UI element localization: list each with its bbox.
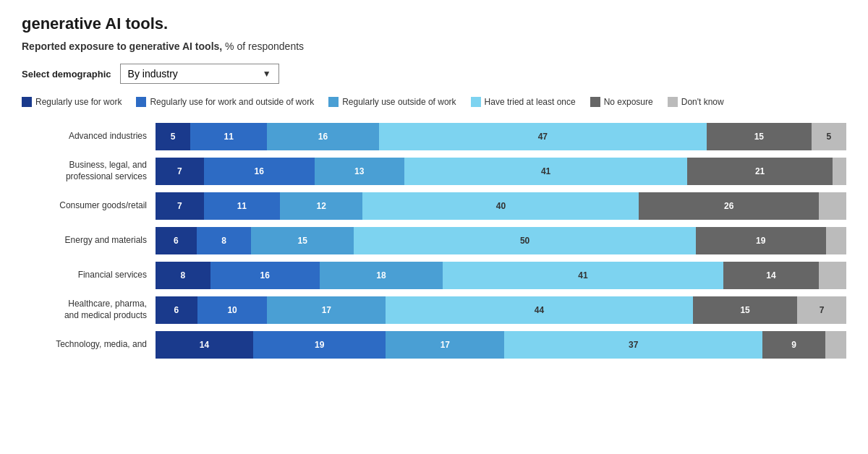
- row-label: Business, legal, andprofessional service…: [22, 160, 156, 182]
- legend-swatch-tried: [471, 97, 481, 107]
- bar-segment: [819, 192, 846, 220]
- chart-row: Energy and materials68155019: [22, 227, 846, 254]
- bar-segment: [826, 227, 846, 254]
- bar-segment: [819, 262, 846, 289]
- legend-item-reg-work: Regularly use for work: [22, 97, 122, 107]
- bar-segment: 16: [267, 123, 378, 150]
- legend-item-tried: Have tried at least once: [471, 97, 576, 107]
- legend-swatch-reg-work: [22, 97, 32, 107]
- legend-swatch-reg-outside: [328, 97, 339, 107]
- bar-segment: 9: [762, 331, 825, 359]
- bar-segment: [833, 158, 846, 185]
- chart-row: Advanced industries5111647155: [22, 123, 846, 150]
- row-label: Healthcare, pharma,and medical products: [22, 299, 156, 321]
- bar-container: 711124026: [156, 192, 846, 220]
- legend-item-reg-outside: Regularly use outside of work: [328, 97, 456, 107]
- legend-label-reg-outside: Regularly use outside of work: [342, 97, 456, 107]
- bar-segment: 44: [386, 296, 692, 324]
- bar-segment: 15: [251, 227, 354, 254]
- row-label: Energy and materials: [22, 235, 156, 247]
- bar-segment: 11: [204, 192, 280, 220]
- legend-label-reg-work-outside: Regularly use for work and outside of wo…: [150, 97, 314, 107]
- bar-segment: 7: [797, 296, 846, 324]
- bar-segment: 18: [320, 262, 443, 289]
- chart-row: Healthcare, pharma,and medical products6…: [22, 296, 846, 324]
- row-label: Technology, media, and: [22, 339, 156, 351]
- bar-segment: 41: [443, 262, 723, 289]
- legend-swatch-dont-know: [668, 97, 678, 107]
- legend-item-no-exposure: No exposure: [590, 97, 653, 107]
- bar-segment: 16: [210, 262, 320, 289]
- chart-subtitle: Reported exposure to generative AI tools…: [22, 40, 846, 52]
- bar-segment: 10: [197, 296, 267, 324]
- demographic-label: Select demographic: [22, 69, 111, 80]
- bar-container: 68155019: [156, 227, 846, 254]
- bar-segment: 40: [362, 192, 639, 220]
- bar-segment: 5: [156, 123, 190, 150]
- bar-container: 5111647155: [156, 123, 846, 150]
- bar-container: 6101744157: [156, 296, 846, 324]
- row-label: Advanced industries: [22, 131, 156, 142]
- legend-label-no-exposure: No exposure: [604, 97, 653, 107]
- bar-container: 816184114: [156, 262, 846, 289]
- bar-segment: 5: [812, 123, 846, 150]
- bar-segment: [825, 331, 846, 359]
- bar-segment: 47: [379, 123, 707, 150]
- page-title: generative AI tools.: [22, 14, 456, 33]
- legend-label-tried: Have tried at least once: [485, 97, 576, 107]
- bar-segment: 13: [315, 158, 404, 185]
- chart-row: Consumer goods/retail711124026: [22, 192, 846, 220]
- legend-swatch-reg-work-outside: [136, 97, 146, 107]
- bar-container: 141917379: [156, 331, 846, 359]
- demographic-dropdown[interactable]: By industry ▼: [120, 64, 279, 84]
- bar-segment: 19: [696, 227, 826, 254]
- legend-item-reg-work-outside: Regularly use for work and outside of wo…: [136, 97, 314, 107]
- bar-segment: 14: [723, 262, 819, 289]
- chart-legend: Regularly use for work Regularly use for…: [22, 97, 846, 107]
- bar-segment: 15: [707, 123, 812, 150]
- legend-swatch-no-exposure: [590, 97, 600, 107]
- bar-segment: 6: [156, 296, 197, 324]
- bar-segment: 26: [639, 192, 818, 220]
- chart-row: Financial services816184114: [22, 262, 846, 289]
- bar-segment: 7: [156, 158, 204, 185]
- chart-row: Business, legal, andprofessional service…: [22, 158, 846, 185]
- row-label: Financial services: [22, 270, 156, 281]
- bar-segment: 50: [354, 227, 696, 254]
- legend-label-dont-know: Don't know: [681, 97, 724, 107]
- bar-segment: 15: [693, 296, 798, 324]
- chevron-down-icon: ▼: [263, 69, 271, 79]
- bar-segment: 12: [280, 192, 363, 220]
- bar-segment: 17: [267, 296, 386, 324]
- bar-segment: 19: [253, 331, 386, 359]
- bar-segment: 41: [404, 158, 688, 185]
- bar-segment: 21: [687, 158, 833, 185]
- bar-segment: 6: [156, 227, 197, 254]
- chart-area: Advanced industries5111647155Business, l…: [22, 123, 846, 359]
- dropdown-value: By industry: [128, 68, 178, 80]
- demographic-selector-row: Select demographic By industry ▼: [22, 64, 846, 84]
- legend-label-reg-work: Regularly use for work: [35, 97, 122, 107]
- row-label: Consumer goods/retail: [22, 200, 156, 212]
- bar-segment: 37: [504, 331, 762, 359]
- bar-segment: 16: [204, 158, 315, 185]
- bar-segment: 8: [156, 262, 210, 289]
- bar-container: 716134121: [156, 158, 846, 185]
- bar-segment: 17: [386, 331, 504, 359]
- bar-segment: 7: [156, 192, 204, 220]
- chart-row: Technology, media, and141917379: [22, 331, 846, 359]
- bar-segment: 8: [197, 227, 252, 254]
- legend-item-dont-know: Don't know: [668, 97, 724, 107]
- bar-segment: 11: [190, 123, 267, 150]
- bar-segment: 14: [156, 331, 253, 359]
